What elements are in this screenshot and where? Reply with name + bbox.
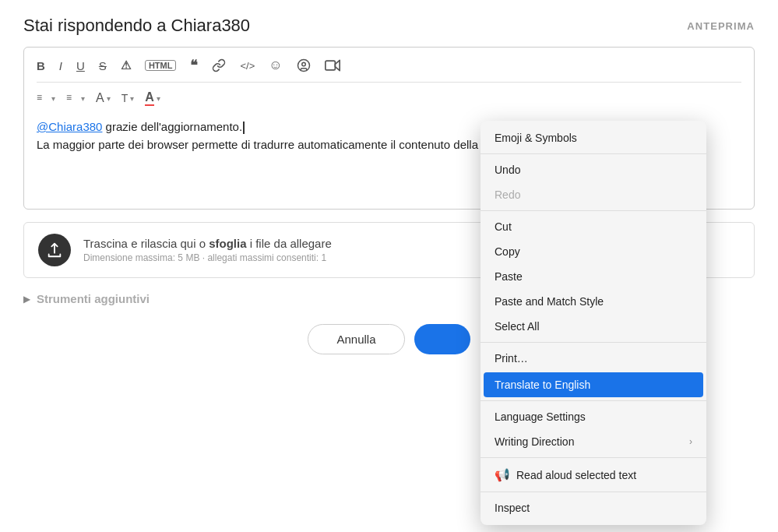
html-button[interactable]: HTML (145, 60, 177, 71)
warning-icon-button[interactable]: ⚠ (121, 58, 131, 72)
upload-text-area: Trascina e rilascia qui o sfoglia i file… (83, 237, 332, 263)
toolbar-row1: B I U S ⚠ HTML ❝ </> ☺ (37, 57, 741, 83)
menu-item-inspect[interactable]: Inspect (481, 495, 706, 520)
menu-item-paste[interactable]: Paste (481, 264, 706, 289)
bold-button[interactable]: B (37, 59, 45, 72)
text-cursor (243, 122, 245, 134)
ordered-list-chevron: ▾ (51, 94, 55, 103)
writing-direction-chevron: › (689, 436, 692, 447)
font-color-icon: A (145, 90, 154, 106)
menu-separator-3 (481, 342, 706, 343)
strikethrough-button[interactable]: S (99, 59, 107, 72)
menu-item-read-aloud[interactable]: 📢Read aloud selected text (481, 461, 706, 488)
context-menu: Emoji & Symbols Undo Redo Cut Copy Paste… (481, 121, 706, 525)
submit-button[interactable] (414, 324, 470, 354)
menu-item-language-settings[interactable]: Language Settings (481, 404, 706, 429)
read-aloud-icon: 📢 (495, 468, 510, 481)
text-style-chevron: ▾ (130, 94, 134, 103)
main-area: Stai rispondendo a Chiara380 ANTEPRIMA B… (0, 0, 778, 532)
menu-separator-5 (481, 457, 706, 458)
editor-text-part1: grazie dell'aggiornamento. (102, 120, 242, 133)
quote-button[interactable]: ❝ (190, 57, 198, 74)
unordered-list-icon: ≡ (66, 91, 79, 106)
mention-tag: @Chiara380 (37, 120, 102, 133)
unordered-list-chevron: ▾ (81, 94, 85, 103)
ordered-list-group[interactable]: ≡ ▾ (37, 91, 55, 106)
page-header: Stai rispondendo a Chiara380 ANTEPRIMA (23, 16, 755, 36)
upload-sub-text: Dimensione massima: 5 MB · allegati mass… (83, 252, 332, 263)
font-size-group[interactable]: A ▾ (96, 91, 111, 105)
code-button[interactable]: </> (240, 60, 255, 72)
menu-item-redo: Redo (481, 182, 706, 207)
menu-item-cut[interactable]: Cut (481, 214, 706, 239)
underline-button[interactable]: U (76, 59, 85, 72)
menu-item-undo[interactable]: Undo (481, 157, 706, 182)
menu-item-translate[interactable]: Translate to English (484, 372, 703, 397)
svg-marker-3 (335, 60, 340, 70)
menu-separator-1 (481, 153, 706, 154)
menu-item-writing-direction[interactable]: Writing Direction › (481, 429, 706, 454)
svg-text:≡: ≡ (66, 92, 72, 103)
upload-main-text: Trascina e rilascia qui o sfoglia i file… (83, 237, 332, 250)
menu-item-copy[interactable]: Copy (481, 239, 706, 264)
font-color-chevron: ▾ (157, 94, 160, 103)
toolbar-row2: ≡ ▾ ≡ ▾ A ▾ T ▾ A ▾ (37, 90, 741, 114)
page-title: Stai rispondendo a Chiara380 (23, 16, 250, 36)
menu-item-select-all[interactable]: Select All (481, 314, 706, 339)
svg-point-1 (301, 62, 305, 66)
font-color-group[interactable]: A ▾ (145, 90, 160, 106)
ordered-list-icon: ≡ (37, 91, 49, 106)
menu-separator-2 (481, 210, 706, 211)
tools-label: Strumenti aggiuntivi (37, 292, 150, 305)
font-size-icon: A (96, 91, 104, 105)
menu-item-print[interactable]: Print… (481, 346, 706, 371)
emoji-button[interactable]: ☺ (269, 58, 282, 73)
menu-item-emoji-symbols[interactable]: Emoji & Symbols (481, 125, 706, 150)
svg-rect-2 (325, 61, 335, 70)
video-button[interactable] (325, 58, 340, 72)
image-button[interactable] (297, 58, 311, 72)
svg-text:≡: ≡ (37, 92, 42, 103)
preview-label: ANTEPRIMA (687, 20, 755, 32)
font-size-chevron: ▾ (107, 94, 111, 103)
unordered-list-group[interactable]: ≡ ▾ (66, 91, 85, 106)
italic-button[interactable]: I (59, 59, 62, 72)
menu-item-paste-match[interactable]: Paste and Match Style (481, 289, 706, 314)
menu-separator-6 (481, 491, 706, 492)
link-button[interactable] (212, 58, 226, 72)
tools-arrow-icon: ▶ (23, 294, 30, 305)
upload-icon (38, 234, 71, 266)
text-style-group[interactable]: T ▾ (121, 92, 135, 104)
menu-separator-4 (481, 400, 706, 401)
cancel-button[interactable]: Annulla (308, 324, 404, 354)
text-style-icon: T (121, 92, 128, 104)
